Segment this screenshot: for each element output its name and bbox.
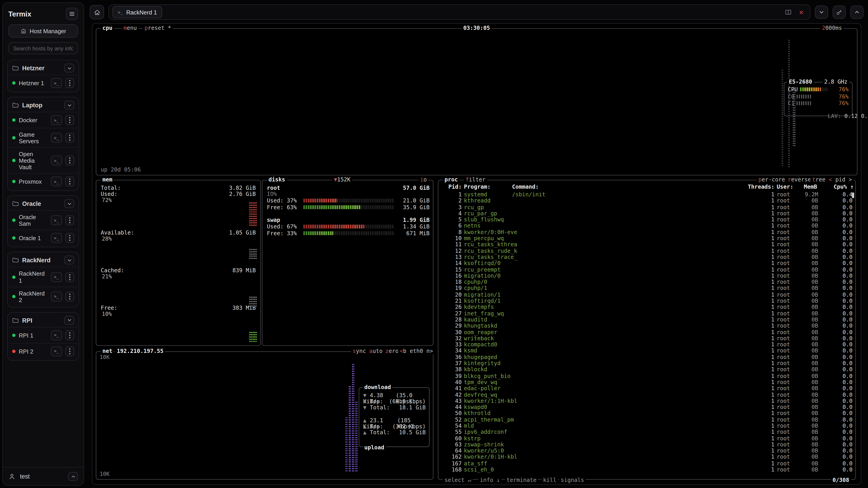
proc-row[interactable]: 33 kcompactd0 1 root 0B 0.0	[443, 341, 854, 348]
host-connect-button[interactable]: >_	[51, 233, 62, 243]
proc-row[interactable]: 6 netns 1 root 0B 0.0	[443, 223, 854, 229]
proc-row[interactable]: 40 tpm_dev_wq 1 root 0B 0.0	[443, 379, 854, 385]
proc-row[interactable]: 30 oom_reaper 1 root 0B 0.0	[443, 329, 854, 335]
proc-row[interactable]: 44 kswapd0 1 root 0B 0.0	[443, 404, 854, 410]
host-connect-button[interactable]: >_	[51, 156, 62, 166]
proc-scrollbar[interactable]	[852, 193, 854, 198]
home-button[interactable]	[90, 5, 104, 20]
close-tab-button[interactable]	[798, 9, 804, 15]
proc-row[interactable]: 37 kintegrityd 1 root 0B 0.0	[443, 360, 854, 366]
proc-row[interactable]: 28 kauditd 1 root 0B 0.0	[443, 317, 854, 323]
filter-option[interactable]: filter	[464, 176, 487, 183]
footer-kill[interactable]: kill	[541, 477, 558, 483]
header-threads[interactable]: Threads:	[735, 184, 774, 190]
folder-header[interactable]: RackNerd	[9, 254, 78, 267]
host-menu-button[interactable]	[65, 330, 74, 340]
proc-row[interactable]: 16 migration/0 1 root 0B 0.0	[443, 273, 854, 279]
folder-collapse-button[interactable]	[64, 256, 74, 265]
per-core-option[interactable]: per-core	[757, 176, 787, 183]
reverse-option[interactable]: reverse	[786, 176, 813, 183]
footer-info[interactable]: info ↓	[478, 477, 502, 483]
folder-collapse-button[interactable]	[64, 101, 74, 109]
proc-row[interactable]: 27 inet_frag_wq 1 root 0B 0.0	[443, 310, 854, 317]
host-menu-button[interactable]	[65, 233, 74, 243]
search-input[interactable]	[8, 42, 78, 54]
header-program[interactable]: Program:	[464, 184, 491, 190]
folder-header[interactable]: Oracle	[9, 197, 78, 210]
preset-option[interactable]: preset *	[143, 25, 173, 31]
panel-down-button[interactable]	[815, 5, 828, 19]
proc-row[interactable]: 2 kthreadd 1 root 0B 0.0	[443, 198, 854, 204]
proc-row[interactable]: 12 rcu_tasks_rude_k 1 root 0B 0.0	[443, 248, 854, 254]
proc-row[interactable]: 63 zswap-shrink 1 root 0B 0.0	[443, 442, 854, 448]
host-row[interactable]: RackNerd 2 >_	[9, 287, 78, 306]
split-view-button[interactable]	[785, 9, 792, 15]
host-connect-button[interactable]: >_	[51, 177, 62, 187]
proc-row[interactable]: 52 acpi_thermal_pm 1 root 0B 0.0	[443, 416, 854, 423]
folder-collapse-button[interactable]	[64, 64, 74, 72]
host-row[interactable]: RackNerd 1 >_	[9, 267, 78, 286]
host-row[interactable]: Oracle 1 >_	[9, 230, 78, 246]
ssh-keys-button[interactable]	[833, 5, 846, 19]
panel-up-button[interactable]	[850, 5, 864, 19]
host-menu-button[interactable]	[65, 177, 74, 187]
host-menu-button[interactable]	[65, 115, 74, 125]
proc-row[interactable]: 13 rcu_tasks_trace_ 1 root 0B 0.0	[443, 254, 854, 260]
host-menu-button[interactable]	[65, 156, 74, 166]
footer-signals[interactable]: signals	[559, 477, 586, 483]
proc-row[interactable]: 38 kblockd 1 root 0B 0.0	[443, 366, 854, 373]
folder-collapse-button[interactable]	[64, 316, 74, 325]
io-mode-option[interactable]: io	[418, 176, 428, 183]
menu-option[interactable]: menu	[122, 25, 138, 31]
user-menu-button[interactable]	[68, 472, 78, 481]
host-row[interactable]: RPI 1 >_	[9, 327, 78, 343]
proc-row[interactable]: 3 rcu_gp 1 root 0B 0.0	[443, 204, 854, 210]
host-menu-button[interactable]	[65, 133, 74, 143]
header-cpu[interactable]: Cpu% ↑	[829, 184, 854, 190]
host-menu-button[interactable]	[65, 272, 74, 282]
host-menu-button[interactable]	[65, 291, 74, 301]
net-sync-option[interactable]: sync	[351, 348, 368, 354]
proc-row[interactable]: 21 ksoftirqd/1 1 root 0B 0.0	[443, 298, 854, 304]
host-row[interactable]: Docker >_	[9, 112, 78, 128]
header-command[interactable]: Command:	[512, 184, 539, 190]
header-user[interactable]: User:	[777, 184, 794, 190]
folder-collapse-button[interactable]	[64, 199, 74, 208]
update-interval[interactable]: 2000ms	[820, 25, 844, 31]
proc-header[interactable]: Pid: Program: Command: Threads: User: Me…	[443, 184, 854, 190]
header-mem[interactable]: MemB	[804, 184, 817, 190]
proc-row[interactable]: 1 systemd /sbin/init 1 root 9.2M 0.4	[443, 191, 854, 198]
tab-racknerd-1[interactable]: >_ RackNerd 1	[112, 6, 162, 18]
footer-terminate[interactable]: terminate	[505, 477, 538, 483]
proc-row[interactable]: 19 cpuhp/1 1 root 0B 0.0	[443, 285, 854, 291]
proc-row[interactable]: 54 mld 1 root 0B 0.0	[443, 423, 854, 429]
host-menu-button[interactable]	[65, 346, 74, 356]
host-row[interactable]: Game Servers >_	[9, 128, 78, 147]
net-zero-option[interactable]: zero	[383, 348, 400, 354]
proc-row[interactable]: 32 writeback 1 root 0B 0.0	[443, 335, 854, 341]
net-interface-option[interactable]: <b eth0 n>	[398, 348, 435, 354]
proc-row[interactable]: 4 rcu_par_gp 1 root 0B 0.0	[443, 210, 854, 217]
host-menu-button[interactable]	[65, 216, 74, 225]
proc-row[interactable]: 167 ata_sff 1 root 0B 0.0	[443, 460, 854, 466]
proc-row[interactable]: 14 ksoftirqd/0 1 root 0B 0.0	[443, 260, 854, 267]
proc-row[interactable]: 15 rcu_preempt 1 root 0B 0.0	[443, 266, 854, 273]
proc-row[interactable]: 36 khugepaged 1 root 0B 0.0	[443, 354, 854, 360]
host-connect-button[interactable]: >_	[51, 330, 62, 340]
proc-row[interactable]: 26 kdevtmpfs 1 root 0B 0.0	[443, 304, 854, 310]
proc-row[interactable]: 162 kworker/0:1H-kbl 1 root 0B 0.0	[443, 454, 854, 460]
host-manager-button[interactable]: Host Manager	[8, 24, 78, 38]
host-row[interactable]: Hetzner 1 >_	[9, 75, 78, 91]
host-connect-button[interactable]: >_	[51, 291, 62, 301]
proc-row[interactable]: 18 cpuhp/0 1 root 0B 0.0	[443, 279, 854, 285]
proc-row[interactable]: 50 kthrotld 1 root 0B 0.0	[443, 410, 854, 417]
footer-select[interactable]: select ↵	[443, 477, 473, 483]
folder-header[interactable]: Hetzner	[9, 61, 78, 75]
proc-row[interactable]: 43 kworker/1:1H-kbl 1 root 0B 0.0	[443, 398, 854, 404]
host-row[interactable]: Oracle Sam >_	[9, 210, 78, 230]
proc-row[interactable]: 5 slub_flushwq 1 root 0B 0.0	[443, 217, 854, 223]
host-row[interactable]: RPI 2 >_	[9, 343, 78, 359]
proc-row[interactable]: 42 devfreq_wq 1 root 0B 0.0	[443, 392, 854, 398]
user-footer[interactable]: test	[3, 467, 84, 485]
host-connect-button[interactable]: >_	[51, 133, 62, 143]
